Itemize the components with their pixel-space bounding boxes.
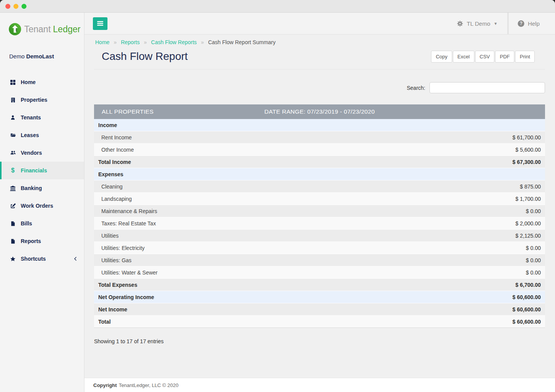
copyright-text: TenantLedger, LLC © 2020 [119,382,178,388]
page-title: Cash Flow Report [102,50,188,63]
print-button[interactable]: Print [515,51,535,63]
sidebar-item-tenants[interactable]: Tenants [0,109,84,126]
account-menu-label: TL Demo [467,20,490,27]
row-value: $ 0.00 [526,208,545,214]
csv-button[interactable]: CSV [475,51,495,63]
row-label: Rent Income [94,134,132,141]
sidebar-item-label: Properties [21,97,47,103]
table-row: Maintenance & Repairs$ 0.00 [94,205,545,217]
row-value: $ 875.00 [520,184,545,190]
account-menu[interactable]: TL Demo ▼ [452,13,507,34]
building-icon [9,97,17,103]
sidebar-item-label: Home [21,79,36,85]
table-row: Utilities$ 2,125.00 [94,230,545,242]
column-header-all-properties: ALL PROPERTIES [94,108,154,115]
help-link[interactable]: ? Help [509,13,555,34]
window-zoom-button[interactable] [21,4,26,9]
grid-icon [9,79,17,85]
tenant-ledger-logo-icon [8,23,21,36]
sidebar-item-financials[interactable]: $ Financials [0,162,84,179]
entries-info: Showing 1 to 17 of 17 entries [94,338,545,344]
sidebar-item-home[interactable]: Home [0,73,84,91]
user-last-name: DemoLast [26,53,54,60]
tenant-ledger-logo[interactable]: Tenant Ledger [8,23,84,36]
search-label: Search: [407,85,425,91]
table-row: Cleaning$ 875.00 [94,180,545,193]
window-close-button[interactable] [5,4,10,9]
breadcrumb-reports[interactable]: Reports [121,39,140,45]
row-label: Maintenance & Repairs [94,208,157,214]
sidebar-item-reports[interactable]: Reports [0,232,84,250]
row-label: Net Income [94,306,127,313]
user-first-name: Demo [9,53,25,60]
breadcrumb-cash-flow-reports[interactable]: Cash Flow Reports [151,39,197,45]
star-icon [9,256,17,262]
sidebar-item-label: Vendors [21,150,42,156]
breadcrumb-home[interactable]: Home [95,39,109,45]
row-value: $ 61,700.00 [512,134,545,141]
file-icon [9,221,17,227]
table-row: Landscaping$ 1,700.00 [94,193,545,205]
footer: Copyright TenantLedger, LLC © 2020 [84,378,555,392]
excel-button[interactable]: Excel [453,51,474,63]
sidebar-item-leases[interactable]: Leases [0,126,84,144]
sidebar-item-shortcuts[interactable]: Shortcuts [0,250,84,268]
file-icon [9,238,17,244]
window-titlebar [0,0,555,13]
copy-button[interactable]: Copy [431,51,452,63]
column-header-date-range: DATE RANGE: 07/23/2019 - 07/23/2020 [94,108,545,115]
row-value: $ 60,600.00 [512,294,545,300]
top-navbar: TL Demo ▼ ? Help [84,13,555,35]
breadcrumb-separator: » [114,39,117,45]
row-value: $ 60,600.00 [512,319,545,325]
sidebar-item-label: Financials [21,167,47,174]
row-value: $ 2,125.00 [515,233,545,239]
hamburger-icon [97,21,103,26]
copyright-label: Copyright [93,382,117,388]
chevron-left-icon [74,256,77,261]
sidebar-item-vendors[interactable]: Vendors [0,144,84,162]
report-table: ALL PROPERTIES DATE RANGE: 07/23/2019 - … [94,104,545,328]
brand-name-ledger: Ledger [53,24,81,35]
user-name: Demo DemoLast [9,53,84,60]
sidebar-item-label: Banking [21,185,42,191]
menu-toggle-button[interactable] [93,17,107,30]
row-value: $ 5,600.00 [515,147,545,153]
table-row: Other Income$ 5,600.00 [94,144,545,156]
breadcrumb-separator: » [144,39,147,45]
folder-open-icon [9,132,17,138]
sidebar-item-banking[interactable]: Banking [0,179,84,197]
search-input[interactable] [429,82,545,93]
sidebar-item-label: Reports [21,238,41,244]
row-value: $ 1,700.00 [515,196,545,202]
help-label: Help [528,20,540,27]
row-label: Utilities [94,233,119,239]
window-minimize-button[interactable] [13,4,18,9]
table-row: Total Income$ 67,300.00 [94,156,545,168]
dollar-icon: $ [9,167,17,174]
sidebar-item-label: Work Orders [21,203,53,209]
pdf-button[interactable]: PDF [495,51,514,63]
brand-name-tenant: Tenant [24,24,51,35]
table-row: Expenses [94,168,545,180]
row-label: Income [94,122,117,128]
row-label: Total Expenses [94,282,137,288]
row-label: Total [94,319,111,325]
sidebar-item-work-orders[interactable]: Work Orders [0,197,84,215]
row-label: Expenses [94,171,123,177]
row-label: Other Income [94,147,134,153]
sidebar: Tenant Ledger Demo DemoLast Home [0,13,84,392]
sidebar-item-bills[interactable]: Bills [0,215,84,232]
app-window: Tenant Ledger Demo DemoLast Home [0,0,555,392]
row-label: Net Operating Income [94,294,154,300]
edit-icon [9,203,17,209]
sidebar-item-label: Shortcuts [21,256,46,262]
sidebar-item-properties[interactable]: Properties [0,91,84,109]
bank-icon [9,185,17,191]
table-row: Income [94,119,545,131]
breadcrumb-current: Cash Flow Report Summary [208,39,276,45]
user-icon [9,115,17,120]
row-label: Landscaping [94,196,132,202]
table-row: Net Income$ 60,600.00 [94,303,545,316]
table-row: Total$ 60,600.00 [94,316,545,328]
